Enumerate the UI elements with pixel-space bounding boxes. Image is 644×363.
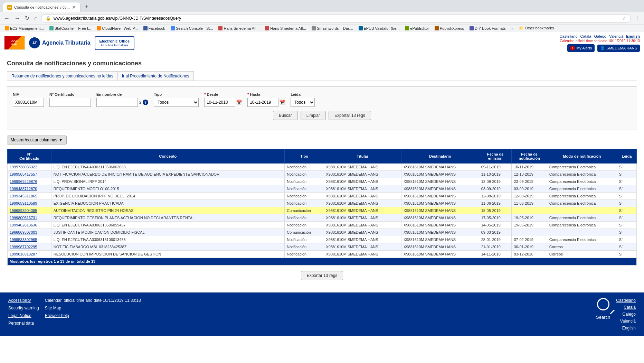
cell-modo: Comparecencia Electrónica [547,185,617,193]
exportar-top-button[interactable]: Exportar 13 regs [329,111,371,120]
cell-fecha_notif: 10-11-2019 [512,164,547,171]
footer-lang-catala[interactable]: Català [624,305,636,310]
help-icon[interactable]: ? [143,100,148,105]
reload-button[interactable]: ↻ [23,13,31,23]
extensions-button[interactable]: ⋮ [633,13,641,23]
bookmark-facebook[interactable]: Facebook [141,26,167,31]
bookmark-epubeditor[interactable]: ePubEditor [403,26,431,31]
cert-link[interactable]: 1999462813636 [10,223,37,227]
cell-fecha_emision: 11-10-2019 [479,171,512,178]
footer-link-security[interactable]: Security warning [8,306,39,310]
cell-tipo: Notificación [285,185,324,193]
table-row: 1966869307003JUSTIFICANTE MODIFICACION D… [8,229,637,236]
calendar-info: Calendar, official time and date 10/11/2… [560,39,640,43]
bookmark-smashwords[interactable]: Smashwords – Das... [310,26,355,31]
col-header-destinatario: Destinatario [401,149,479,164]
footer-lang-galego[interactable]: Galego [622,312,636,317]
bookmark-more[interactable]: » [509,26,515,31]
ennombre-group: En nombre de 2 ? [96,92,148,107]
table-footer-row: Mostrados los registros 1 a 13 de un tot… [8,258,637,265]
desde-input[interactable] [204,98,235,107]
tab-close-button[interactable]: ✕ [72,4,76,10]
user-nav: 1 My Alerts 👤 SMEDEMA HANS [560,44,640,52]
desde-group: * Desde 📅 [204,92,242,107]
bookmark-other[interactable]: 📁 Other bookmarks [517,25,556,31]
cert-link[interactable]: 1966869307003 [10,230,37,234]
bookmark-epub[interactable]: EPUB Validator (be... [357,26,402,31]
tipo-select[interactable]: Todos Notificación Comunicación [154,98,199,107]
bookmark-hans2[interactable]: Hans Smedema Aff... [263,26,308,31]
bookmark-statcounter[interactable]: StatCounter - Free I... [47,26,93,31]
cert-link[interactable]: 1999969229876 [10,179,37,184]
cell-fecha_notif: 19-05-2019 [512,222,547,229]
bookmark-ec2[interactable]: EC2 Management... [3,26,46,31]
cert-link[interactable]: 1999738035322 [10,165,37,169]
hasta-input[interactable] [247,98,278,107]
buscar-button[interactable]: Buscar [273,111,297,120]
column-toggle-button[interactable]: Mostrar/ocultar columnas ▼ [7,136,67,145]
footer-lang-valencia[interactable]: Valencià [620,319,636,324]
bookmark-hans1[interactable]: Hans Smedema Aff... [216,26,262,31]
cert-link[interactable]: 1999659110589 [10,201,37,205]
lang-english[interactable]: English [626,34,640,38]
exportar-bottom-button[interactable]: Exportar 13 regs [301,271,343,280]
bookmark-diy[interactable]: DIY Book Formats [467,26,508,31]
cert-link[interactable]: 1999533302965 [10,238,37,242]
nif-group: NIF [13,92,44,107]
footer-link-personal[interactable]: Personal data [8,321,39,326]
cert-link[interactable]: 1996898904385 [10,208,37,213]
footer-links-col1: Accessibility Security warning Legal Not… [8,298,39,326]
footer-lang-english[interactable]: English [622,326,636,331]
col-header-titular: Titular [324,149,401,164]
cert-link[interactable]: 1999800516731 [10,216,37,220]
col-header-concepto: Concepto [51,149,285,164]
search-button[interactable]: Search [596,298,610,320]
footer-link-sitemap[interactable]: Site Map [45,306,141,310]
cert-link[interactable]: 1999987702295 [10,245,37,249]
limpiar-button[interactable]: Limpiar [301,111,326,120]
tab-favicon: AT [7,5,12,10]
lang-catala[interactable]: Català [580,34,591,38]
footer-lang-castellano[interactable]: Castellano [616,298,636,303]
leida-select[interactable]: Todos Sí No [291,98,315,107]
bookmark-cloudflare[interactable]: CloudFlare | Web P... [95,26,140,31]
footer-link-legal[interactable]: Legal Notice [8,313,39,318]
lang-galego[interactable]: Galego [594,34,606,38]
cell-tipo: Comunicación [285,229,324,236]
user-button[interactable]: 👤 SMEDEMA HANS [597,45,640,52]
hasta-calendar-icon[interactable]: 📅 [279,100,285,105]
cert-input[interactable] [49,98,91,107]
browser-tab[interactable]: AT Consulta de notificaciones y co... ✕ [3,2,80,12]
footer-link-accessibility[interactable]: Accessibility [8,298,39,303]
nav-link-procedimiento[interactable]: Ir al Procedimiento de Notificaciones [117,71,194,81]
cell-concepto: PROP. DE LIQUIDACION IRPF NO DECL. 2014 [51,193,285,200]
table-row: 1999345311865PROP. DE LIQUIDACION IRPF N… [8,193,637,200]
cell-fecha_emision: 18-05-2019 [479,207,512,214]
footer-link-browserhelp[interactable]: Browser help [45,313,141,318]
ennombre-input[interactable] [96,98,138,107]
lang-valencia[interactable]: Valencià [609,34,623,38]
new-tab-button[interactable]: + [82,2,91,12]
bookmark-publishxpress[interactable]: PublishXpress [433,26,466,31]
forward-button[interactable]: → [13,14,21,23]
nav-link-resumen[interactable]: Resumen de notificaciones y comunicacion… [7,71,117,81]
electronic-office-button[interactable]: Electronic Office All online formalities [95,36,134,50]
cert-link[interactable]: 1999488712870 [10,187,37,191]
star-icon[interactable]: ☆ [623,16,626,21]
table-row: 1999533302965LIQ. EN EJECUTIVA A03063181… [8,236,637,243]
cell-concepto: LIQ. PROVISIONAL IRPF 2014 [51,178,285,185]
home-button[interactable]: ⌂ [33,14,39,23]
language-links: Castellano Català Galego Valencià Englis… [560,34,640,38]
address-input[interactable] [54,16,620,21]
column-toggle-wrap: Mostrar/ocultar columnas ▼ [7,136,637,145]
cert-link[interactable]: 1999345311865 [10,194,37,198]
desde-calendar-icon[interactable]: 📅 [236,100,242,105]
cert-link[interactable]: 1999565417557 [10,172,37,176]
lang-castellano[interactable]: Castellano [560,34,578,38]
cell-cert: 1999533302965 [8,236,51,243]
nif-input[interactable] [13,98,44,107]
cert-link[interactable]: 1899818918287 [10,252,37,256]
back-button[interactable]: ← [3,14,11,23]
my-alerts-button[interactable]: 1 My Alerts [567,44,595,52]
bookmark-searchconsole[interactable]: Search Console - St... [169,26,215,31]
